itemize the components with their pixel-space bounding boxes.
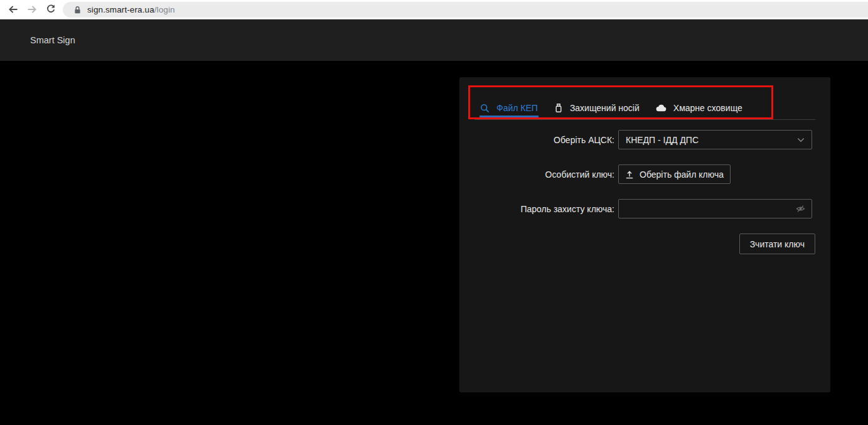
tabs-divider <box>474 119 815 120</box>
password-field-wrapper <box>618 199 812 218</box>
url-host: sign.smart-era.ua <box>87 5 154 14</box>
app-title: Smart Sign <box>30 35 75 45</box>
address-bar[interactable]: sign.smart-era.ua/login <box>63 2 868 18</box>
tab-protected-media[interactable]: Захищений носій <box>554 103 640 113</box>
personal-key-label: Особистий ключ: <box>474 169 618 180</box>
eye-invisible-icon[interactable] <box>796 204 805 213</box>
choose-key-file-button[interactable]: Оберіть файл ключа <box>618 164 731 184</box>
browser-toolbar: sign.smart-era.ua/login <box>0 0 868 19</box>
cloud-icon <box>656 104 667 112</box>
reload-icon[interactable] <box>41 0 60 19</box>
choose-key-file-label: Оберіть файл ключа <box>640 169 724 180</box>
upload-icon <box>625 170 634 179</box>
acsk-selected-value: КНЕДП - ІДД ДПС <box>626 135 699 145</box>
usb-drive-icon <box>554 103 563 113</box>
personal-key-row: Особистий ключ: Оберіть файл ключа <box>474 164 815 184</box>
submit-row: Зчитати ключ <box>474 234 815 254</box>
tab-file-kep[interactable]: Файл КЕП <box>480 103 538 113</box>
lock-icon <box>73 6 82 14</box>
search-icon <box>480 104 490 113</box>
key-login-form: Оберіть АЦСК: КНЕДП - ІДД ДПС Особистий … <box>474 130 815 254</box>
url-text: sign.smart-era.ua/login <box>87 5 175 14</box>
password-input[interactable] <box>626 204 796 214</box>
acsk-label: Оберіть АЦСК: <box>474 135 618 145</box>
acsk-select[interactable]: КНЕДП - ІДД ДПС <box>618 130 812 149</box>
login-method-tabs: Файл КЕП Захищений носій Хмарне сховище <box>480 99 742 117</box>
forward-icon[interactable] <box>23 0 41 19</box>
back-icon[interactable] <box>4 0 23 19</box>
read-key-button[interactable]: Зчитати ключ <box>739 234 815 254</box>
login-panel: Файл КЕП Захищений носій Хмарне сховище <box>459 77 830 392</box>
chevron-down-icon <box>797 137 805 143</box>
tab-label: Хмарне сховище <box>673 103 742 113</box>
url-path: /login <box>154 5 175 14</box>
password-row: Пароль захисту ключа: <box>474 199 815 218</box>
app-header: Smart Sign <box>0 19 868 61</box>
tab-cloud-storage[interactable]: Хмарне сховище <box>656 103 742 113</box>
tab-label: Файл КЕП <box>496 103 538 113</box>
acsk-row: Оберіть АЦСК: КНЕДП - ІДД ДПС <box>474 130 815 149</box>
password-label: Пароль захисту ключа: <box>474 204 618 214</box>
tab-label: Захищений носій <box>570 103 640 113</box>
